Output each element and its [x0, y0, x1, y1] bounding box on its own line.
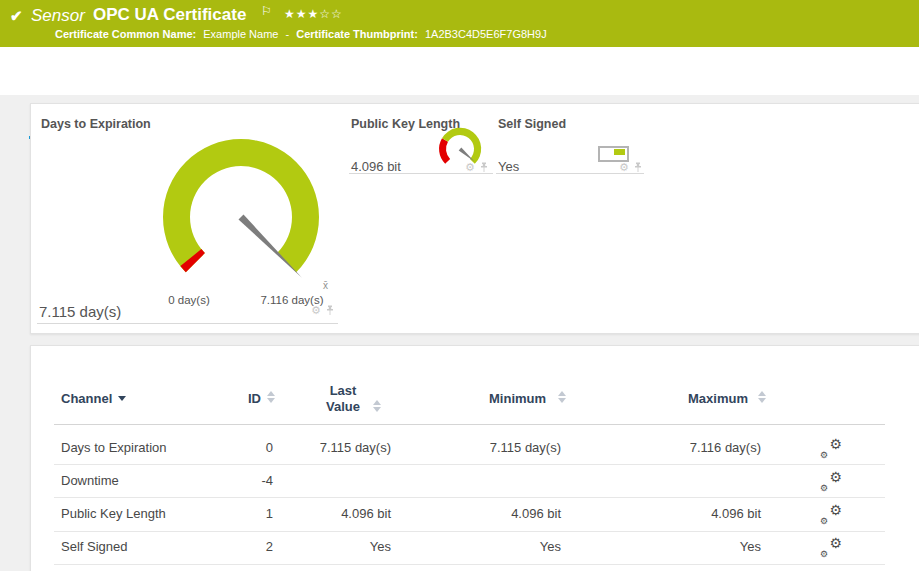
channel-name: Downtime [61, 473, 119, 488]
channel-gear-icon[interactable]: ⚙ [465, 162, 475, 173]
channel-last-value: 7.115 day(s) [271, 440, 391, 455]
gauge-days-current-value: 7.115 day(s) [39, 303, 121, 320]
table-header-divider [54, 424, 885, 425]
sensor-header-bar: ✔ Sensor OPC UA Certificate ⚐ ★★★☆☆ Cert… [0, 0, 919, 47]
self-signed-state-indicator [598, 146, 629, 162]
gauge-min-label: 0 day(s) [156, 294, 222, 306]
priority-stars[interactable]: ★★★☆☆ [284, 7, 343, 21]
stars-filled: ★★★ [284, 7, 319, 21]
channel-maximum: 7.116 day(s) [631, 440, 761, 455]
column-header-channel-label: Channel [61, 391, 112, 406]
channel-pin-icon[interactable] [325, 305, 335, 316]
mean-marker: x̄ [323, 280, 328, 291]
row-separator [54, 464, 885, 465]
common-name-value: Example Name [203, 28, 278, 40]
channel-id: -4 [211, 473, 273, 488]
channel-name: Self Signed [61, 539, 128, 554]
column-header-last-value-label: Last Value [326, 383, 360, 414]
gauge-cell-divider [37, 323, 338, 324]
channel-gear-icon[interactable]: ⚙ [619, 162, 629, 173]
row-separator [54, 531, 885, 532]
sort-icon[interactable] [267, 391, 275, 403]
thumbprint-value: 1A2B3C4D5E6F7G8H9J [425, 28, 547, 40]
channels-table-panel: Channel ID Last Value Minimum Maximum Da… [30, 345, 919, 571]
channel-last-value: Yes [271, 539, 391, 554]
column-header-id[interactable]: ID [231, 391, 261, 406]
channel-pin-icon[interactable] [633, 162, 643, 173]
sensor-kind-label: Sensor [31, 6, 85, 26]
column-header-id-label: ID [248, 391, 261, 406]
tab-bar: Overview Live Data 2 days 30 days 365 da… [0, 47, 919, 95]
channel-settings-icon[interactable]: ⚙⚙ [820, 472, 842, 490]
gauge-red-zone [439, 138, 450, 164]
status-ok-icon: ✔ [10, 7, 23, 25]
stars-empty: ☆☆ [319, 7, 343, 21]
common-name-label: Certificate Common Name: [55, 28, 196, 40]
thumbprint-label: Certificate Thumbprint: [296, 28, 418, 40]
gauge-cell-divider [496, 173, 644, 174]
column-header-minimum-label: Minimum [489, 391, 546, 406]
gauge-self-signed-title: Self Signed [498, 117, 566, 131]
sensor-subtitle: Certificate Common Name: Example Name - … [55, 28, 551, 40]
channel-maximum: 4.096 bit [631, 506, 761, 521]
subtitle-dash: - [286, 28, 290, 40]
channel-id: 2 [211, 539, 273, 554]
channel-pin-icon[interactable] [479, 162, 489, 173]
channel-settings-icon[interactable]: ⚙⚙ [820, 538, 842, 556]
toggle-on-block [614, 149, 625, 155]
column-header-maximum-label: Maximum [688, 391, 748, 406]
gauge-needle [459, 148, 475, 162]
channel-minimum: 4.096 bit [431, 506, 561, 521]
priority-flag-icon: ⚐ [261, 4, 272, 18]
channel-id: 1 [211, 506, 273, 521]
gauge-self-signed-current-value: Yes [498, 159, 519, 174]
sort-icon[interactable] [373, 400, 381, 412]
sort-icon[interactable] [758, 391, 766, 403]
channel-settings-icon[interactable]: ⚙⚙ [820, 505, 842, 523]
gauge-pkl-current-value: 4.096 bit [351, 159, 401, 174]
column-header-minimum[interactable]: Minimum [489, 391, 546, 406]
gauge-cell-divider [349, 173, 493, 174]
channel-id: 0 [211, 440, 273, 455]
page-title: OPC UA Certificate [93, 5, 246, 25]
column-header-last-value[interactable]: Last Value [317, 383, 369, 415]
row-separator [54, 497, 885, 498]
channel-name: Days to Expiration [61, 440, 167, 455]
channel-gear-icon[interactable]: ⚙ [311, 305, 321, 316]
column-header-channel[interactable]: Channel [61, 391, 126, 406]
prtg-sensor-page: ✔ Sensor OPC UA Certificate ⚐ ★★★☆☆ Cert… [0, 0, 919, 571]
row-separator [54, 564, 885, 565]
channel-minimum: Yes [431, 539, 561, 554]
channel-settings-icon[interactable]: ⚙⚙ [820, 439, 842, 457]
gauge-arc [163, 139, 319, 272]
channel-minimum: 7.115 day(s) [431, 440, 561, 455]
sort-desc-icon [118, 396, 126, 401]
days-to-expiration-gauge [153, 131, 343, 299]
channel-maximum: Yes [631, 539, 761, 554]
gauges-panel: Days to Expiration x̄ 0 day(s) 7.116 day… [30, 103, 919, 334]
channel-last-value: 4.096 bit [271, 506, 391, 521]
gauge-days-title: Days to Expiration [41, 117, 151, 131]
sort-icon[interactable] [558, 391, 566, 403]
channel-name: Public Key Length [61, 506, 166, 521]
column-header-maximum[interactable]: Maximum [688, 391, 748, 406]
